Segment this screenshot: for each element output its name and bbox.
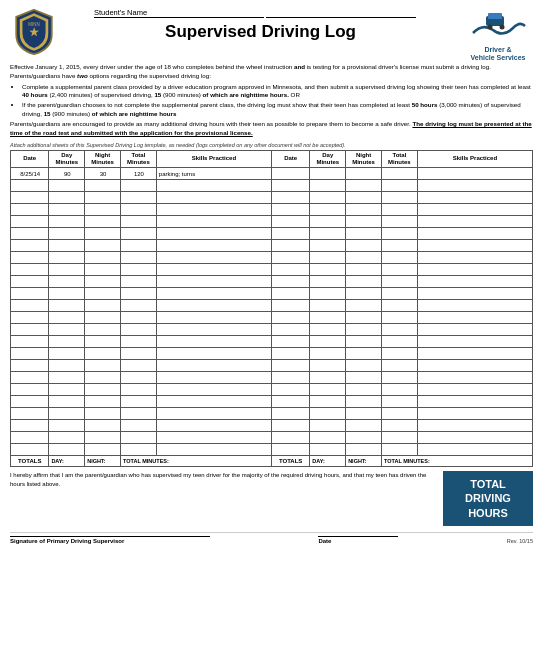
totals-total2: TOTAL MINUTES: [381,456,532,467]
col-header-day2: DayMinutes [310,150,346,167]
table-row [11,216,533,228]
table-row [11,288,533,300]
signature-date: Date [318,536,398,544]
student-name-field: Student's Name [64,8,457,18]
sample-date: 8/25/14 [11,168,49,180]
table-row [11,264,533,276]
table-row [11,228,533,240]
col-header-total: TotalMinutes [121,150,157,167]
col-header-day: DayMinutes [49,150,85,167]
revision-note: Rev. 10/15 [507,538,533,544]
table-row [11,408,533,420]
attestation-text: I hereby affirm that I am the parent/gua… [10,471,435,488]
svg-point-5 [500,25,505,30]
totals-total: TOTAL MINUTES: [121,456,272,467]
table-row [11,312,533,324]
table-row [11,348,533,360]
sample-night: 30 [85,168,121,180]
table-row [11,276,533,288]
totals-label: TOTALS [11,456,49,467]
total-hours-box: TOTAL DRIVING HOURS [443,471,533,526]
sample-skills2 [417,168,532,180]
table-row [11,192,533,204]
sample-day2 [310,168,346,180]
table-row [11,384,533,396]
totals-night2: NIGHT: [346,456,382,467]
col-header-night2: NightMinutes [346,150,382,167]
col-header-skills2: Skills Practiced [417,150,532,167]
col-header-night: NightMinutes [85,150,121,167]
table-row [11,372,533,384]
dvs-label: Driver & Vehicle Services [471,46,526,61]
driving-log-table: Date DayMinutes NightMinutes TotalMinute… [10,150,533,467]
sample-night2 [346,168,382,180]
table-row [11,420,533,432]
dvs-logo: Driver & Vehicle Services [463,8,533,61]
page-title: Supervised Driving Log [64,22,457,42]
totals-label2: TOTALS [271,456,309,467]
sample-total: 120 [121,168,157,180]
table-row [11,432,533,444]
table-row [11,324,533,336]
table-row [11,252,533,264]
svg-rect-3 [488,13,502,19]
sample-total2 [381,168,417,180]
attestation-section: I hereby affirm that I am the parent/gua… [10,471,533,526]
col-header-total2: TotalMinutes [381,150,417,167]
totals-day2: DAY: [310,456,346,467]
table-row [11,180,533,192]
state-shield-logo: ★ MINN [10,8,58,56]
header-center: Student's Name Supervised Driving Log [58,8,463,42]
table-row [11,360,533,372]
table-row: 8/25/14 90 30 120 parking; turns [11,168,533,180]
col-header-date2: Date [271,150,309,167]
totals-row: TOTALS DAY: NIGHT: TOTAL MINUTES: TOTALS… [11,456,533,467]
table-row [11,240,533,252]
signature-section: Signature of Primary Driving Supervisor … [10,532,533,544]
svg-text:MINN: MINN [28,22,39,27]
table-row [11,396,533,408]
table-row [11,336,533,348]
svg-point-4 [488,25,493,30]
attach-note: Attach additional sheets of this Supervi… [10,142,533,148]
totals-night: NIGHT: [85,456,121,467]
sample-day: 90 [49,168,85,180]
sample-skills: parking; turns [156,168,271,180]
table-row [11,444,533,456]
intro-text: Effective January 1, 2015, every driver … [10,63,533,137]
totals-day: DAY: [49,456,85,467]
col-header-skills: Skills Practiced [156,150,271,167]
signature-label: Signature of Primary Driving Supervisor [10,536,210,544]
svg-text:★: ★ [29,26,40,38]
table-row [11,204,533,216]
table-row [11,300,533,312]
sample-date2 [271,168,309,180]
col-header-date: Date [11,150,49,167]
